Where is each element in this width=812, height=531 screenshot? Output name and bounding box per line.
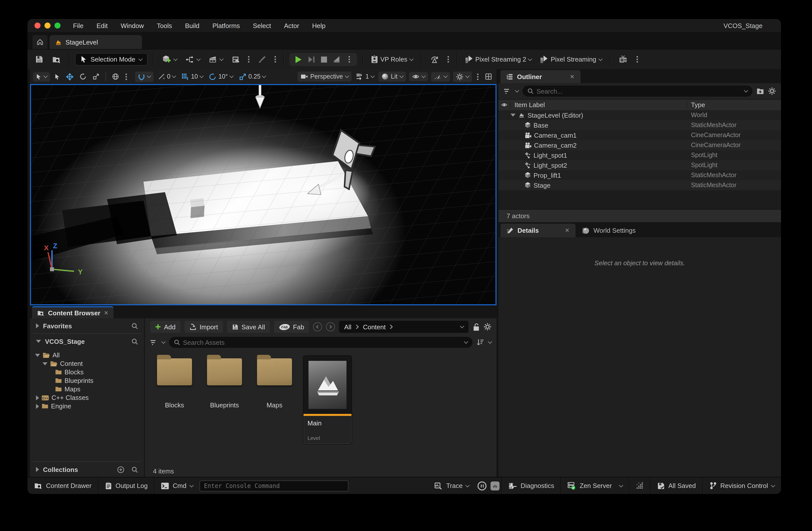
trace-dropdown[interactable]: Trace bbox=[428, 477, 476, 494]
forward-button[interactable] bbox=[326, 322, 335, 331]
add-collection-icon[interactable] bbox=[117, 466, 125, 473]
menu-tools[interactable]: Tools bbox=[150, 22, 178, 29]
vp-roles-dropdown[interactable]: VP Roles bbox=[368, 54, 415, 65]
viewport-more-options-icon[interactable] bbox=[126, 76, 127, 77]
frame-skip-button[interactable] bbox=[308, 56, 315, 63]
stop-button[interactable] bbox=[321, 56, 327, 62]
close-icon[interactable]: ✕ bbox=[570, 73, 575, 80]
minimize-window-button[interactable] bbox=[44, 23, 50, 29]
tab-outliner[interactable]: Outliner ✕ bbox=[501, 70, 580, 83]
close-window-button[interactable] bbox=[34, 23, 41, 29]
pixel-streaming-dropdown[interactable]: Pixel Streaming bbox=[538, 53, 604, 65]
output-log-button[interactable]: Output Log bbox=[99, 477, 154, 494]
add-button[interactable]: Add bbox=[150, 321, 180, 333]
sort-icon[interactable] bbox=[477, 339, 484, 346]
tab-world-settings[interactable]: World Settings bbox=[576, 224, 643, 237]
settings-gear-icon[interactable] bbox=[483, 323, 492, 331]
pixel-streaming-2-dropdown[interactable]: Pixel Streaming 2 bbox=[462, 53, 534, 65]
filter-icon[interactable] bbox=[504, 88, 511, 94]
menu-select[interactable]: Select bbox=[246, 22, 277, 29]
tree-item-maps[interactable]: Maps bbox=[35, 385, 144, 393]
viewport-canvas[interactable]: X Z Y bbox=[30, 84, 496, 305]
menu-edit[interactable]: Edit bbox=[90, 22, 114, 29]
outliner-search-box[interactable] bbox=[522, 86, 753, 97]
outliner-row-camera-cam2[interactable]: Camera_cam2 CineCameraActor bbox=[498, 140, 781, 150]
caret-down-icon[interactable] bbox=[510, 114, 516, 116]
lock-icon[interactable] bbox=[473, 323, 479, 331]
breadcrumb-root[interactable]: All bbox=[344, 323, 351, 331]
outliner-row-stage[interactable]: Stage StaticMeshActor bbox=[498, 180, 781, 190]
pause-insights-button[interactable] bbox=[478, 481, 487, 490]
favorites-header[interactable]: Favorites bbox=[30, 318, 144, 333]
add-actor-dropdown[interactable] bbox=[159, 53, 179, 66]
selection-mode-dropdown[interactable]: Selection Mode bbox=[75, 53, 147, 66]
zen-server-dropdown[interactable]: Zen Server bbox=[561, 477, 629, 494]
editor-layout-button[interactable] bbox=[229, 54, 242, 65]
outliner-settings-gear-icon[interactable] bbox=[768, 87, 776, 95]
performance-dropdown[interactable] bbox=[431, 72, 450, 81]
blueprints-dropdown[interactable] bbox=[183, 54, 202, 64]
menu-actor[interactable]: Actor bbox=[277, 22, 306, 29]
asset-folder-blueprints[interactable]: Blueprints bbox=[203, 355, 246, 409]
home-button[interactable] bbox=[32, 35, 47, 49]
paint-mode-button[interactable] bbox=[255, 54, 269, 65]
camera-perspective-dropdown[interactable]: Perspective bbox=[297, 72, 351, 82]
asset-folder-maps[interactable]: Maps bbox=[253, 355, 296, 409]
eject-button[interactable] bbox=[333, 56, 340, 63]
zoom-window-button[interactable] bbox=[55, 23, 60, 29]
outliner-row-stagelevel[interactable]: StageLevel (Editor) World bbox=[498, 110, 781, 120]
screenshot-button[interactable] bbox=[491, 481, 499, 490]
content-drawer-button[interactable]: Content Drawer bbox=[28, 477, 98, 494]
quad-view-toggle[interactable] bbox=[483, 72, 493, 82]
play-options-icon[interactable] bbox=[348, 58, 350, 60]
all-saved-button[interactable]: All Saved bbox=[650, 477, 702, 494]
back-button[interactable] bbox=[313, 322, 322, 331]
revision-control-dropdown[interactable]: Revision Control bbox=[703, 477, 781, 494]
import-button[interactable]: Import bbox=[185, 321, 223, 333]
move-tool[interactable] bbox=[64, 71, 75, 82]
search-icon[interactable] bbox=[131, 338, 138, 345]
tab-details[interactable]: Details ✕ bbox=[501, 224, 576, 237]
outliner-search-input[interactable] bbox=[536, 87, 741, 95]
asset-search-box[interactable] bbox=[169, 337, 473, 348]
fab-button[interactable]: FAB Fab bbox=[274, 321, 309, 333]
outliner-row-base[interactable]: Base StaticMeshActor bbox=[498, 120, 781, 130]
surface-snap-toggle[interactable] bbox=[135, 71, 154, 82]
menu-file[interactable]: File bbox=[67, 22, 90, 29]
play-button[interactable] bbox=[294, 55, 302, 63]
collections-header[interactable]: Collections bbox=[30, 462, 144, 477]
level-snapshot-button[interactable] bbox=[427, 53, 442, 66]
tree-item-cpp-classes[interactable]: C++ C++ Classes bbox=[35, 393, 144, 402]
asset-search-input[interactable] bbox=[183, 338, 462, 346]
cmd-dropdown[interactable]: Cmd bbox=[155, 477, 200, 494]
tree-item-engine[interactable]: Engine bbox=[35, 402, 144, 410]
menu-window[interactable]: Window bbox=[114, 22, 150, 29]
outliner-row-prop-lift1[interactable]: Prop_lift1 StaticMeshActor bbox=[498, 170, 781, 180]
view-mode-dropdown[interactable]: Lit bbox=[378, 72, 406, 82]
viewport-more-options-icon[interactable] bbox=[477, 76, 478, 77]
grid-snap-dropdown[interactable]: 10 bbox=[180, 71, 204, 82]
save-current-level-button[interactable] bbox=[32, 54, 46, 65]
insights-button[interactable] bbox=[629, 477, 650, 494]
filter-icon[interactable] bbox=[150, 339, 158, 346]
tree-item-blueprints[interactable]: Blueprints bbox=[35, 376, 144, 385]
console-command-input[interactable] bbox=[200, 480, 348, 491]
menu-build[interactable]: Build bbox=[178, 22, 206, 29]
tab-content-browser[interactable]: Content Browser ✕ bbox=[32, 306, 114, 318]
select-tool[interactable] bbox=[53, 72, 61, 81]
rotate-tool[interactable] bbox=[78, 72, 88, 82]
save-all-button[interactable]: Save All bbox=[227, 321, 270, 333]
close-icon[interactable]: ✕ bbox=[104, 309, 108, 316]
toolbar-more-options-icon[interactable] bbox=[274, 58, 276, 60]
visibility-column-header[interactable] bbox=[498, 102, 510, 108]
close-icon[interactable]: ✕ bbox=[565, 227, 569, 234]
toolbar-more-options-icon[interactable] bbox=[447, 58, 449, 60]
breadcrumb[interactable]: All Content bbox=[339, 321, 468, 333]
viewport-select-mode-dropdown[interactable] bbox=[33, 72, 50, 81]
viewport-settings-dropdown[interactable] bbox=[453, 71, 472, 82]
toolbar-more-options-icon[interactable] bbox=[248, 58, 249, 60]
tree-item-blocks[interactable]: Blocks bbox=[35, 368, 144, 376]
tree-item-all[interactable]: All bbox=[35, 351, 144, 359]
diagnostics-button[interactable]: Diagnostics bbox=[502, 477, 561, 494]
chevron-down-icon[interactable] bbox=[460, 324, 464, 328]
